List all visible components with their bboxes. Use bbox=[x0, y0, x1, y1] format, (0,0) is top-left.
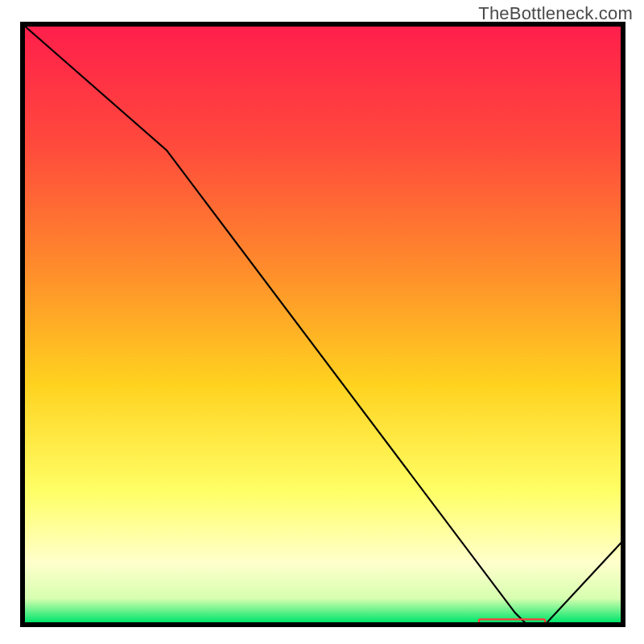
chart-svg bbox=[0, 0, 644, 644]
plot-background bbox=[25, 27, 621, 622]
chart-container: TheBottleneck.com bbox=[0, 0, 644, 644]
